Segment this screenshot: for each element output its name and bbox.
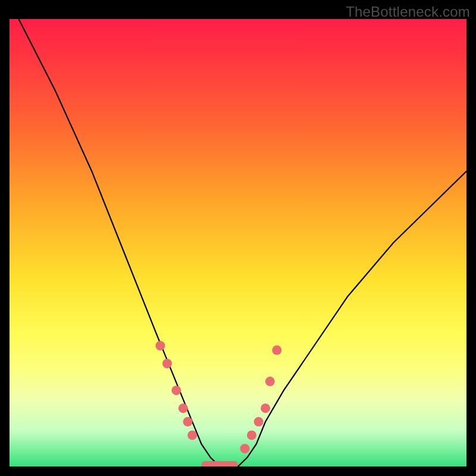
right-marker-4 (265, 377, 275, 386)
right-marker-3 (261, 403, 270, 413)
right-marker-group (240, 346, 282, 453)
bottom-flat-segment (202, 461, 238, 466)
left-marker-3 (178, 403, 188, 413)
chart-frame: TheBottleneck.com (0, 0, 476, 476)
left-marker-group (155, 341, 197, 440)
right-marker-0 (240, 444, 250, 453)
curve-svg (10, 19, 466, 466)
plot-area (10, 19, 466, 466)
right-marker-2 (254, 417, 264, 427)
right-marker-5 (272, 346, 281, 355)
bottleneck-curve (18, 19, 466, 466)
left-marker-4 (183, 417, 193, 427)
right-marker-1 (247, 430, 256, 440)
flat-bottom-bar (202, 461, 238, 466)
left-marker-2 (171, 386, 181, 395)
left-marker-5 (187, 430, 197, 440)
left-marker-1 (162, 359, 172, 368)
left-marker-0 (155, 341, 165, 350)
watermark-text: TheBottleneck.com (346, 4, 470, 20)
